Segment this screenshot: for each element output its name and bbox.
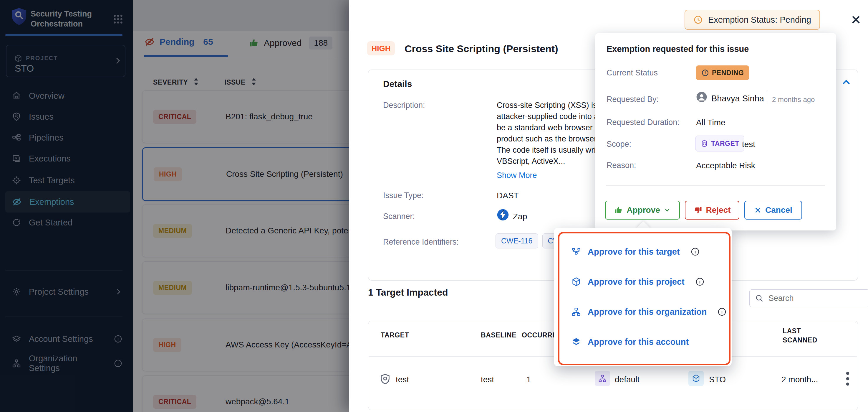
get-started-icon (12, 218, 21, 227)
home-icon (12, 91, 21, 100)
search-input[interactable] (768, 294, 848, 303)
gear-icon (12, 287, 21, 296)
cell-target: test (396, 375, 409, 384)
zap-scanner-icon (497, 209, 509, 221)
sidebar-item-label: Test Targets (29, 176, 75, 185)
eye-off-icon (144, 36, 155, 47)
issue-row-selected[interactable]: HIGH Cross Site Scripting (Persistent) (142, 147, 378, 201)
sidebar-item-issues[interactable]: Issues (5, 106, 130, 127)
sidebar-item-project-settings[interactable]: Project Settings (5, 281, 130, 302)
app-title: Security Testing Orchestration (31, 9, 104, 29)
menu-item-approve-account[interactable]: Approve for this account (571, 336, 689, 348)
layers-icon (571, 337, 581, 347)
reject-button[interactable]: Reject (685, 201, 739, 219)
sidebar-item-overview[interactable]: Overview (5, 85, 130, 107)
requested-ago: 2 months ago (772, 95, 815, 104)
menu-item-approve-organization[interactable]: Approve for this organization (571, 306, 727, 318)
sidebar: Security Testing Orchestration PROJECT S… (0, 0, 133, 412)
show-more-link[interactable]: Show More (497, 171, 537, 180)
sidebar-item-test-targets[interactable]: Test Targets (5, 170, 130, 191)
clock-icon (693, 15, 703, 25)
module-grid-icon[interactable] (112, 13, 124, 25)
project-name: STO (15, 63, 34, 74)
sidebar-item-label: Get Started (29, 218, 72, 228)
menu-item-approve-project[interactable]: Approve for this project (571, 276, 705, 288)
info-icon[interactable] (114, 359, 123, 368)
reason-label: Reason: (607, 161, 636, 170)
issue-row[interactable]: HIGH AWS Access Key (AccessKeyId=AKIAIO.… (142, 319, 377, 371)
sidebar-divider (5, 317, 123, 317)
sort-icon[interactable] (193, 77, 199, 86)
sidebar-item-exemptions[interactable]: Exemptions (5, 191, 130, 212)
sidebar-item-get-started[interactable]: Get Started (5, 212, 130, 233)
column-header-severity[interactable]: SEVERITY (153, 79, 188, 86)
project-selector[interactable]: PROJECT STO (6, 45, 125, 77)
sidebar-item-organization-settings[interactable]: Organization Settings (5, 353, 130, 374)
app-window: Security Testing Orchestration PROJECT S… (0, 0, 868, 412)
issue-row[interactable]: MEDIUM libpam-runtime@1.5.3-5ubuntu5.1 (142, 261, 377, 314)
sidebar-item-label: Overview (29, 91, 64, 101)
layers-icon (12, 334, 21, 344)
severity-badge: MEDIUM (153, 224, 192, 238)
issue-row[interactable]: CRITICAL webpack@5.64.1 (142, 376, 377, 412)
project-cube-icon (14, 54, 22, 62)
issue-row[interactable]: CRITICAL B201: flask_debug_true (142, 90, 377, 143)
severity-badge: MEDIUM (153, 281, 192, 295)
info-icon[interactable] (695, 277, 705, 287)
sidebar-item-executions[interactable]: Executions (5, 148, 130, 169)
cell-project: STO (709, 375, 726, 384)
shield-search-icon (12, 112, 21, 121)
exemption-status-text: Exemption Status: Pending (708, 15, 811, 25)
reject-button-label: Reject (706, 205, 731, 215)
info-icon[interactable] (114, 334, 123, 343)
severity-badge: CRITICAL (153, 395, 196, 409)
target-db-icon (701, 140, 708, 147)
sidebar-item-account-settings[interactable]: Account Settings (5, 328, 130, 350)
cancel-button-label: Cancel (765, 205, 792, 215)
column-header-baseline: BASELINE (481, 331, 517, 339)
pending-status-badge: PENDING (696, 65, 749, 80)
sidebar-item-label: Pipelines (29, 133, 64, 143)
menu-item-approve-target[interactable]: Approve for this target (571, 246, 700, 258)
sidebar-item-pipelines[interactable]: Pipelines (5, 127, 130, 148)
pending-status-text: PENDING (712, 69, 744, 77)
close-icon[interactable] (850, 14, 862, 25)
eye-off-icon (12, 197, 22, 207)
info-icon[interactable] (717, 307, 727, 317)
requested-by-name: Bhavya Sinha (711, 94, 764, 104)
column-header-target: TARGET (381, 331, 409, 339)
tab-approved[interactable]: Approved 188 (249, 36, 333, 50)
requested-by-label: Requested By: (607, 95, 659, 104)
sidebar-item-label: Project Settings (29, 287, 89, 297)
issue-row[interactable]: MEDIUM Detected a Generic API Key, poten… (142, 205, 377, 257)
column-header-issue[interactable]: ISSUE (224, 79, 246, 86)
pipeline-target-icon (571, 247, 581, 257)
severity-badge: HIGH (154, 167, 182, 181)
issue-title: libpam-runtime@1.5.3-5ubuntu5.1 (225, 283, 351, 292)
cancel-button[interactable]: Cancel (744, 201, 802, 219)
search-icon (755, 294, 764, 303)
sidebar-item-label: Organization Settings (29, 354, 106, 373)
x-icon (754, 206, 762, 214)
tab-pending-count: 65 (203, 37, 213, 47)
issue-title: B201: flask_debug_true (225, 112, 313, 121)
popover-divider (606, 185, 825, 186)
info-icon[interactable] (690, 247, 700, 256)
org-chart-icon (571, 307, 581, 317)
thumb-down-icon (693, 206, 702, 214)
cell-last-scanned: 2 month... (781, 375, 818, 384)
exemption-popover-heading: Exemption requested for this issue (607, 44, 749, 54)
org-chart-icon (12, 359, 21, 368)
details-collapse-chevron-up-icon[interactable] (841, 77, 851, 88)
approve-button-label: Approve (626, 205, 660, 215)
kebab-menu-icon[interactable] (846, 371, 850, 386)
tab-approved-label: Approved (264, 38, 302, 48)
reason-value: Acceptable Risk (696, 161, 755, 170)
sort-icon[interactable] (251, 77, 257, 86)
reference-chip[interactable]: CWE-116 (496, 233, 538, 248)
app-logo-shield-icon (10, 7, 28, 26)
approve-button[interactable]: Approve (605, 201, 680, 219)
tabs-divider (133, 58, 349, 58)
cell-occurrences: 1 (526, 375, 531, 384)
tab-pending[interactable]: Pending 65 (144, 36, 213, 47)
